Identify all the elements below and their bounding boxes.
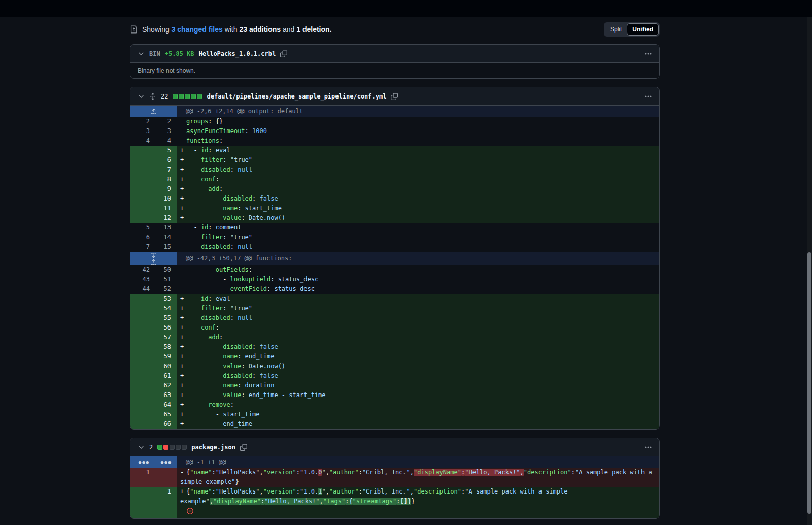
copy-icon[interactable]: [280, 50, 287, 57]
line-number-old[interactable]: [130, 362, 155, 371]
line-number-old[interactable]: [130, 304, 155, 313]
split-view-button[interactable]: Split: [605, 24, 627, 35]
expand-up-button[interactable]: [130, 258, 177, 265]
line-number-old[interactable]: [130, 146, 155, 155]
line-number-new[interactable]: 9: [155, 184, 177, 194]
line-number-old[interactable]: 43: [130, 275, 155, 284]
line-number-new[interactable]: 64: [155, 400, 177, 410]
line-number-old[interactable]: [130, 342, 155, 352]
copy-icon[interactable]: [391, 93, 398, 100]
line-number-old[interactable]: 5: [130, 223, 155, 233]
diffstat-squares: [173, 94, 202, 99]
line-number-new[interactable]: 14: [155, 233, 177, 242]
line-number-new[interactable]: 55: [155, 313, 177, 323]
line-number-new[interactable]: 61: [155, 371, 177, 381]
expand-down-button[interactable]: [130, 252, 177, 258]
kebab-menu-icon[interactable]: [644, 50, 652, 58]
expand-hunk-button[interactable]: ●●●: [130, 456, 155, 468]
line-number-old[interactable]: [130, 381, 155, 390]
line-number-old[interactable]: [130, 410, 155, 419]
file-name-link[interactable]: default/pipelines/apache_sample_pipeline…: [207, 93, 386, 100]
line-number-old[interactable]: [130, 352, 155, 362]
diffstat-square-add: [157, 445, 162, 450]
line-number-new[interactable]: 60: [155, 362, 177, 371]
line-number-new[interactable]: 59: [155, 352, 177, 362]
line-number-old[interactable]: 4: [130, 136, 155, 146]
line-number-new[interactable]: 66: [155, 419, 177, 429]
line-number-new[interactable]: 54: [155, 304, 177, 313]
file-size-change: +5.85 KB: [165, 50, 194, 57]
scrollbar-thumb[interactable]: [807, 252, 811, 514]
chevron-down-icon[interactable]: [138, 50, 145, 57]
chevron-down-icon[interactable]: [138, 444, 145, 451]
line-number-new[interactable]: 56: [155, 323, 177, 333]
chevron-down-icon[interactable]: [138, 93, 145, 100]
line-number-new[interactable]: 12: [155, 213, 177, 223]
line-number-new[interactable]: 1: [155, 487, 177, 518]
unfold-all-icon[interactable]: [149, 93, 156, 100]
line-number-new[interactable]: 11: [155, 204, 177, 213]
line-number-old[interactable]: 6: [130, 233, 155, 242]
line-number-old[interactable]: [130, 194, 155, 204]
line-number-new[interactable]: 62: [155, 381, 177, 390]
diffstat-square-add: [185, 94, 190, 99]
line-number-old[interactable]: [130, 371, 155, 381]
line-number-old[interactable]: [130, 175, 155, 184]
line-number-new[interactable]: 15: [155, 242, 177, 252]
diffstat-square-neutral: [170, 445, 175, 450]
line-number-old[interactable]: 42: [130, 265, 155, 275]
line-number-old[interactable]: [130, 213, 155, 223]
line-number-old[interactable]: [130, 184, 155, 194]
line-number-old[interactable]: [130, 165, 155, 175]
line-number-old[interactable]: [130, 155, 155, 165]
line-number-new[interactable]: 57: [155, 333, 177, 342]
line-number-old[interactable]: [130, 487, 155, 518]
line-number-old[interactable]: [130, 313, 155, 323]
line-number-new[interactable]: 5: [155, 146, 177, 155]
line-number-new[interactable]: 63: [155, 390, 177, 400]
diff-line-addition: 6+ filter: "true": [130, 155, 659, 165]
code-line: + - disabled: false: [177, 371, 659, 381]
copy-icon[interactable]: [240, 444, 247, 451]
line-number-new[interactable]: 13: [155, 223, 177, 233]
line-number-new[interactable]: 3: [155, 126, 177, 136]
line-number-old[interactable]: 2: [130, 117, 155, 126]
diff-line-addition: 53+ - id: eval: [130, 294, 659, 304]
line-number-old[interactable]: 3: [130, 126, 155, 136]
line-number-new[interactable]: 4: [155, 136, 177, 146]
line-number-old[interactable]: 1: [130, 468, 155, 487]
line-number-old[interactable]: [130, 400, 155, 410]
page-scrollbar[interactable]: [807, 17, 812, 525]
diff-sign: +: [180, 400, 186, 410]
line-number-old[interactable]: [130, 323, 155, 333]
line-number-new[interactable]: 58: [155, 342, 177, 352]
line-number-old[interactable]: 7: [130, 242, 155, 252]
line-number-new[interactable]: 2: [155, 117, 177, 126]
line-number-new[interactable]: 51: [155, 275, 177, 284]
kebab-menu-icon[interactable]: [644, 92, 652, 101]
line-number-new[interactable]: 50: [155, 265, 177, 275]
file-name-link[interactable]: package.json: [191, 444, 235, 451]
line-number-new[interactable]: 7: [155, 165, 177, 175]
line-number-new[interactable]: 52: [155, 284, 177, 294]
line-number-old[interactable]: 44: [130, 284, 155, 294]
line-number-new[interactable]: 65: [155, 410, 177, 419]
line-number-old[interactable]: [130, 204, 155, 213]
expand-hunk-button[interactable]: ●●●: [155, 456, 177, 468]
code-line: eventField: status_desc: [177, 284, 659, 294]
kebab-menu-icon[interactable]: [644, 443, 652, 451]
line-number-new[interactable]: [155, 468, 177, 487]
line-number-old[interactable]: [130, 390, 155, 400]
line-number-new[interactable]: 53: [155, 294, 177, 304]
line-number-new[interactable]: 10: [155, 194, 177, 204]
unified-view-button[interactable]: Unified: [627, 23, 659, 36]
expand-up-button[interactable]: [130, 108, 177, 115]
file-name-link[interactable]: HelloPacks_1.0.1.crbl: [198, 50, 276, 57]
changed-files-summary-row: Showing 3 changed files with 23 addition…: [130, 23, 660, 36]
line-number-old[interactable]: [130, 294, 155, 304]
line-number-old[interactable]: [130, 333, 155, 342]
line-number-new[interactable]: 8: [155, 175, 177, 184]
line-number-old[interactable]: [130, 419, 155, 429]
changed-files-link[interactable]: 3 changed files: [172, 25, 223, 34]
line-number-new[interactable]: 6: [155, 155, 177, 165]
